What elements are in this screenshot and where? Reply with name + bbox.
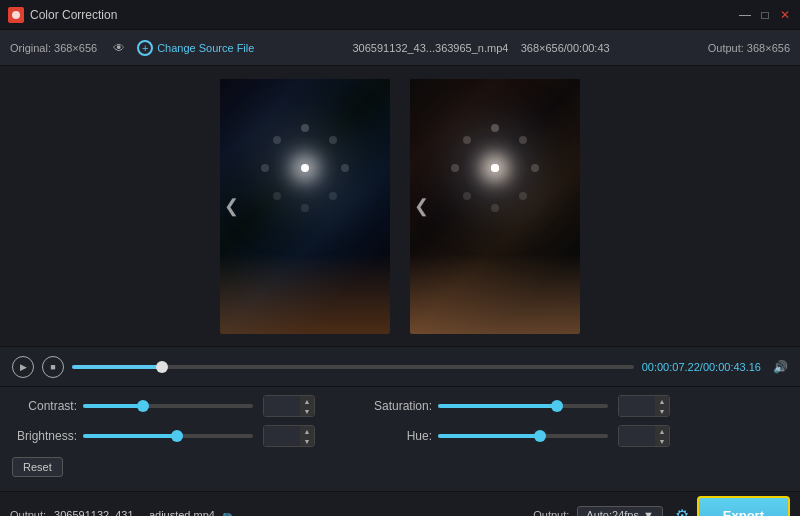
- brightness-fill: [83, 434, 177, 438]
- stop-button[interactable]: ■: [42, 356, 64, 378]
- volume-icon[interactable]: 🔊: [773, 360, 788, 374]
- current-time: 00:00:07.22: [642, 361, 700, 373]
- progress-fill: [72, 365, 162, 369]
- file-info: 306591132_43...363965_n.mp4 368×656/00:0…: [266, 42, 695, 54]
- close-button[interactable]: ✕: [778, 8, 792, 22]
- output-row: Output: 306591132_431..._adjusted.mp4 ✏ …: [10, 496, 790, 516]
- brightness-arrows: ▲ ▼: [300, 426, 314, 446]
- export-button[interactable]: Export: [697, 496, 790, 516]
- brightness-slider[interactable]: [83, 434, 253, 438]
- change-source-button[interactable]: + Change Source File: [137, 40, 254, 56]
- brightness-spinner: 63 ▲ ▼: [263, 425, 315, 447]
- hue-slider[interactable]: [438, 434, 608, 438]
- output-video-panel: ❮: [410, 79, 580, 334]
- video-bottom-original: [220, 254, 390, 334]
- saturation-label: Saturation:: [367, 399, 432, 413]
- brightness-thumb[interactable]: [171, 430, 183, 442]
- original-video-panel: ❮: [220, 79, 390, 334]
- saturation-thumb[interactable]: [551, 400, 563, 412]
- contrast-up[interactable]: ▲: [300, 396, 314, 406]
- hue-arrows: ▲ ▼: [655, 426, 669, 446]
- contrast-row: Contrast: 0 ▲ ▼ Saturation: 0 ▲ ▼: [12, 395, 788, 417]
- minimize-button[interactable]: —: [738, 8, 752, 22]
- hue-spinner: 0 ▲ ▼: [618, 425, 670, 447]
- saturation-fill: [438, 404, 557, 408]
- contrast-thumb[interactable]: [137, 400, 149, 412]
- light-burst-output: [465, 138, 525, 198]
- brightness-input[interactable]: 63: [264, 426, 300, 446]
- brightness-row: Brightness: 63 ▲ ▼ Hue: 0 ▲ ▼: [12, 425, 788, 447]
- hue-label: Hue:: [367, 429, 432, 443]
- brightness-up[interactable]: ▲: [300, 426, 314, 436]
- timeline-area: ▶ ■ 00:00:07.22/00:00:43.16 🔊: [0, 346, 800, 386]
- play-button[interactable]: ▶: [12, 356, 34, 378]
- progress-track[interactable]: [72, 365, 634, 369]
- output-video-preview: [410, 79, 580, 334]
- toolbar: Original: 368×656 👁 + Change Source File…: [0, 30, 800, 66]
- brightness-label: Brightness:: [12, 429, 77, 443]
- hue-thumb[interactable]: [534, 430, 546, 442]
- file-meta: 368×656/00:00:43: [521, 42, 610, 54]
- prev-frame-left[interactable]: ❮: [224, 195, 239, 217]
- hue-up[interactable]: ▲: [655, 426, 669, 436]
- output-filename: 306591132_431..._adjusted.mp4: [54, 509, 215, 516]
- dropdown-arrow-icon: ▼: [643, 509, 654, 516]
- output-label: Output: 368×656: [708, 42, 790, 54]
- saturation-input[interactable]: 0: [619, 396, 655, 416]
- hue-down[interactable]: ▼: [655, 436, 669, 446]
- original-label: Original: 368×656: [10, 42, 97, 54]
- saturation-spinner: 0 ▲ ▼: [618, 395, 670, 417]
- contrast-input[interactable]: 0: [264, 396, 300, 416]
- output-label: Output:: [10, 509, 46, 516]
- preview-area: ❮ ❮: [0, 66, 800, 346]
- contrast-label: Contrast:: [12, 399, 77, 413]
- contrast-spinner: 0 ▲ ▼: [263, 395, 315, 417]
- file-name: 306591132_43...363965_n.mp4: [352, 42, 508, 54]
- titlebar: Color Correction — □ ✕: [0, 0, 800, 30]
- progress-thumb[interactable]: [156, 361, 168, 373]
- time-display: 00:00:07.22/00:00:43.16: [642, 361, 761, 373]
- reset-row: Reset: [12, 455, 788, 477]
- original-video-preview: [220, 79, 390, 334]
- total-time: 00:00:43.16: [703, 361, 761, 373]
- settings-icon[interactable]: ⚙: [675, 506, 689, 517]
- plus-circle-icon: +: [137, 40, 153, 56]
- saturation-slider[interactable]: [438, 404, 608, 408]
- saturation-arrows: ▲ ▼: [655, 396, 669, 416]
- light-burst-original: [275, 138, 335, 198]
- video-bottom-output: [410, 254, 580, 334]
- saturation-up[interactable]: ▲: [655, 396, 669, 406]
- controls-area: Contrast: 0 ▲ ▼ Saturation: 0 ▲ ▼ Bright…: [0, 386, 800, 491]
- prev-frame-right-panel[interactable]: ❮: [414, 195, 429, 217]
- titlebar-left: Color Correction: [8, 7, 117, 23]
- contrast-down[interactable]: ▼: [300, 406, 314, 416]
- reset-button[interactable]: Reset: [12, 457, 63, 477]
- change-source-label: Change Source File: [157, 42, 254, 54]
- contrast-fill: [83, 404, 143, 408]
- hue-input[interactable]: 0: [619, 426, 655, 446]
- svg-point-0: [12, 11, 20, 19]
- brightness-down[interactable]: ▼: [300, 436, 314, 446]
- titlebar-controls: — □ ✕: [738, 8, 792, 22]
- eye-icon[interactable]: 👁: [113, 41, 125, 55]
- contrast-slider[interactable]: [83, 404, 253, 408]
- edit-icon[interactable]: ✏: [223, 509, 232, 517]
- output-format-button[interactable]: Auto;24fps ▼: [577, 506, 662, 516]
- hue-fill: [438, 434, 540, 438]
- output-format-label-static: Output:: [533, 509, 569, 516]
- maximize-button[interactable]: □: [758, 8, 772, 22]
- bottom-bar: Output: 306591132_431..._adjusted.mp4 ✏ …: [0, 491, 800, 516]
- app-title: Color Correction: [30, 8, 117, 22]
- app-icon: [8, 7, 24, 23]
- output-format-text: Auto;24fps: [586, 509, 639, 516]
- contrast-arrows: ▲ ▼: [300, 396, 314, 416]
- saturation-down[interactable]: ▼: [655, 406, 669, 416]
